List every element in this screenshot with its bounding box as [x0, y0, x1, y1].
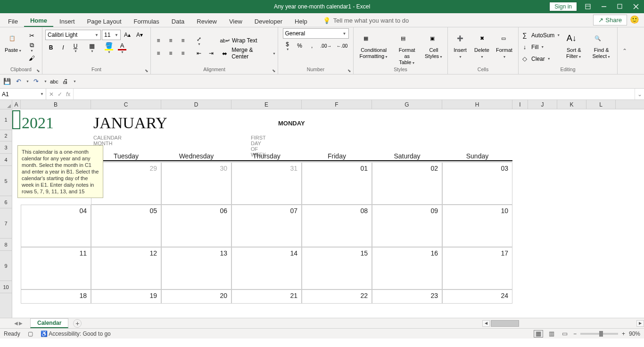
- cell-styles-button[interactable]: ▣Cell Styles▼: [422, 30, 446, 64]
- orientation-button[interactable]: ⤢▼: [193, 35, 205, 46]
- align-top-button[interactable]: ≡: [153, 35, 164, 46]
- close-button[interactable]: [628, 0, 644, 13]
- autosum-button[interactable]: ∑AutoSum▼: [520, 30, 560, 41]
- font-size-combo[interactable]: 11▼: [102, 30, 121, 40]
- calendar-day-23[interactable]: 23: [372, 289, 442, 304]
- name-box[interactable]: A1▼: [0, 89, 46, 99]
- calendar-day-13[interactable]: 13: [161, 247, 231, 289]
- scroll-right-button[interactable]: ▶: [636, 320, 644, 327]
- col-header-C[interactable]: C: [91, 100, 161, 109]
- percent-format-button[interactable]: %: [294, 40, 305, 51]
- maximize-button[interactable]: [612, 0, 628, 13]
- decrease-indent-button[interactable]: ⇤: [193, 48, 205, 59]
- calendar-day-03[interactable]: 03: [442, 162, 512, 205]
- col-header-A[interactable]: A: [12, 100, 21, 109]
- row-header-9[interactable]: 9: [0, 251, 12, 281]
- macro-record-icon[interactable]: ▢: [28, 330, 33, 337]
- col-header-D[interactable]: D: [161, 100, 231, 109]
- row-header-5[interactable]: 5: [0, 166, 12, 196]
- fill-color-button[interactable]: 🪣▼: [103, 42, 115, 53]
- tab-help[interactable]: Help: [289, 15, 314, 27]
- calendar-day-08[interactable]: 08: [302, 205, 372, 247]
- merge-center-button[interactable]: ⬌Merge & Center▼: [221, 48, 276, 59]
- col-header-I[interactable]: I: [512, 100, 528, 109]
- row-header-10[interactable]: 10: [0, 281, 12, 293]
- formula-input[interactable]: [74, 89, 635, 99]
- ribbon-display-options[interactable]: [580, 0, 596, 13]
- col-header-F[interactable]: F: [302, 100, 372, 109]
- save-button[interactable]: 💾: [3, 77, 11, 86]
- number-format-combo[interactable]: General▼: [283, 28, 349, 39]
- col-header-B[interactable]: B: [21, 100, 91, 109]
- calendar-day-24[interactable]: 24: [442, 289, 512, 304]
- col-header-H[interactable]: H: [442, 100, 512, 109]
- insert-cells-button[interactable]: ➕Insert▼: [450, 30, 471, 64]
- qat-customize-button[interactable]: ▼: [73, 80, 76, 83]
- align-bottom-button[interactable]: ≡: [177, 35, 189, 46]
- scroll-thumb[interactable]: [491, 320, 519, 327]
- format-cells-button[interactable]: ▭Format▼: [493, 30, 515, 64]
- row-header-8[interactable]: 8: [0, 239, 12, 251]
- redo-dropdown[interactable]: ▼: [44, 80, 47, 83]
- sign-in-button[interactable]: Sign in: [549, 2, 577, 11]
- row-header-6[interactable]: 6: [0, 196, 12, 208]
- collapse-ribbon-button[interactable]: ⌃: [618, 27, 632, 74]
- calendar-day-06[interactable]: 06: [161, 205, 231, 247]
- undo-dropdown[interactable]: ▼: [26, 80, 29, 83]
- calendar-day-20[interactable]: 20: [161, 289, 231, 304]
- calendar-day-31[interactable]: 31: [231, 162, 302, 205]
- row-header-2[interactable]: 2: [0, 130, 12, 141]
- align-center-button[interactable]: ≡: [165, 48, 176, 59]
- copy-button[interactable]: ⧉▼: [25, 41, 38, 53]
- fill-button[interactable]: ↓Fill▼: [520, 41, 560, 53]
- calendar-day-16[interactable]: 16: [372, 247, 442, 289]
- tab-view[interactable]: View: [223, 15, 248, 27]
- calendar-day-17[interactable]: 17: [442, 247, 512, 289]
- format-as-table-button[interactable]: ▤Format as Table▼: [393, 30, 421, 64]
- tab-formulas[interactable]: Formulas: [128, 15, 165, 27]
- bold-button[interactable]: B: [45, 42, 57, 53]
- sort-filter-button[interactable]: A↓Sort & Filter▼: [561, 30, 586, 64]
- tab-data[interactable]: Data: [165, 15, 190, 27]
- align-left-button[interactable]: ≡: [153, 48, 164, 59]
- calendar-day-05[interactable]: 05: [91, 205, 161, 247]
- spellcheck-button[interactable]: abc: [50, 77, 58, 86]
- increase-decimal-button[interactable]: .00→: [319, 40, 334, 51]
- align-right-button[interactable]: ≡: [177, 48, 189, 59]
- horizontal-scroll[interactable]: ◀▶: [86, 320, 644, 327]
- wrap-text-button[interactable]: ab↵Wrap Text: [221, 35, 276, 46]
- row-header-1[interactable]: 1: [0, 109, 12, 130]
- calendar-month[interactable]: JANUARY: [93, 114, 167, 132]
- calendar-day-11[interactable]: 11: [21, 247, 91, 289]
- font-color-button[interactable]: A▼: [116, 42, 128, 53]
- calendar-day-09[interactable]: 09: [372, 205, 442, 247]
- number-dialog-launcher[interactable]: ⬊: [347, 68, 351, 73]
- calendar-year[interactable]: 2021: [22, 114, 54, 132]
- redo-button[interactable]: ↷: [32, 77, 41, 86]
- align-middle-button[interactable]: ≡: [165, 35, 176, 46]
- tab-home[interactable]: Home: [24, 14, 53, 27]
- first-day-of-week[interactable]: MONDAY: [278, 120, 305, 127]
- row-header-3[interactable]: 3: [0, 141, 12, 154]
- underline-button[interactable]: U▼: [70, 42, 81, 53]
- zoom-out-button[interactable]: −: [573, 330, 577, 337]
- increase-indent-button[interactable]: ⇥: [206, 48, 217, 59]
- tab-page-layout[interactable]: Page Layout: [81, 15, 128, 27]
- alignment-dialog-launcher[interactable]: ⬊: [272, 68, 276, 73]
- cancel-formula-button[interactable]: ✕: [49, 91, 54, 98]
- insert-function-button[interactable]: fx: [66, 91, 70, 98]
- cells-area[interactable]: 2021JANUARYMONDAYCALENDAR MONTHFIRST DAY…: [12, 109, 644, 318]
- clipboard-dialog-launcher[interactable]: ⬊: [36, 68, 40, 73]
- cut-button[interactable]: ✂: [25, 30, 38, 41]
- calendar-day-22[interactable]: 22: [302, 289, 372, 304]
- minimize-button[interactable]: [596, 0, 612, 13]
- find-select-button[interactable]: 🔍Find & Select▼: [587, 30, 615, 64]
- font-name-combo[interactable]: Calibri Light▼: [45, 30, 101, 40]
- calendar-day-30[interactable]: 30: [161, 162, 231, 205]
- col-header-G[interactable]: G: [372, 100, 442, 109]
- calendar-day-21[interactable]: 21: [231, 289, 302, 304]
- font-dialog-launcher[interactable]: ⬊: [145, 68, 149, 73]
- decrease-decimal-button[interactable]: ←.00: [335, 40, 350, 51]
- row-header-7[interactable]: 7: [0, 208, 12, 239]
- feedback-smiley-icon[interactable]: 🙂: [630, 15, 639, 24]
